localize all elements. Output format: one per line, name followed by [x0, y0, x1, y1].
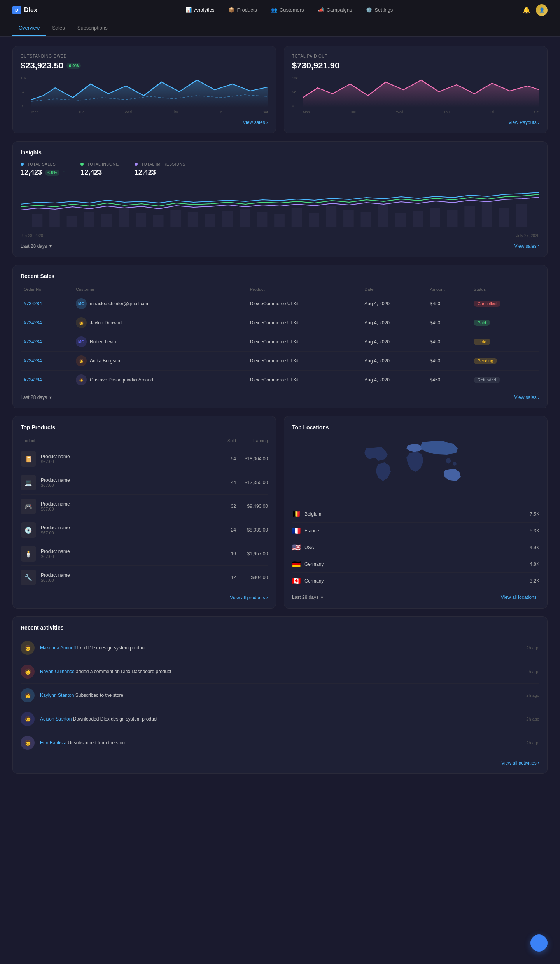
country-name: France [304, 528, 526, 534]
country-flag: 🇫🇷 [292, 527, 301, 535]
product-name: Product name [41, 454, 220, 459]
top-locations-title: Top Locations [292, 424, 539, 430]
svg-rect-5 [119, 208, 129, 227]
svg-rect-13 [257, 212, 268, 227]
list-item: 💿 Product name $67.00 24 $8,039.00 [21, 518, 268, 542]
status-cell: Pending [471, 352, 539, 371]
insights-chart [21, 183, 539, 229]
order-number[interactable]: #734284 [21, 332, 73, 352]
svg-point-30 [446, 458, 451, 464]
insights-view-sales-link[interactable]: View sales › [514, 243, 539, 249]
nav-campaigns[interactable]: 📣 Campaigns [313, 5, 358, 15]
date-cell: Aug 4, 2020 [361, 294, 427, 313]
activity-text: Makenna Aminoff liked Dlex design system… [40, 644, 521, 651]
view-all-products-link[interactable]: View all products › [230, 595, 268, 600]
total-paid-card: TOTAL PAID OUT $730,921.90 10k 5k 0 [284, 46, 548, 133]
nav-products[interactable]: 📦 Products [223, 5, 262, 15]
navbar: D Dlex 📊 Analytics 📦 Products 👥 Customer… [0, 0, 560, 20]
activity-user-link[interactable]: Adison Stanton [40, 716, 72, 722]
svg-rect-19 [361, 212, 371, 227]
svg-rect-26 [482, 202, 492, 227]
svg-rect-2 [67, 216, 77, 227]
locations-footer: Last 28 days ▾ View all locations › [292, 595, 539, 600]
insights-badge: 6.9% [45, 170, 60, 176]
top-locations-card: Top Locations [284, 416, 548, 609]
table-row: #734284 MG Ruben Levin Dlex eCommerce UI… [21, 332, 539, 352]
nav-links: 📊 Analytics 📦 Products 👥 Customers 📣 Cam… [56, 5, 523, 15]
recent-sales-table: Order No. Customer Product Date Amount S… [21, 285, 539, 389]
recent-sales-footer: Last 28 days ▾ View sales › [21, 395, 539, 400]
activity-user-link[interactable]: Makenna Aminoff [40, 645, 76, 651]
recent-sales-title: Recent Sales [21, 273, 539, 279]
col-product-header: Product [21, 438, 220, 443]
product-cell: Dlex eCommerce UI Kit [247, 352, 362, 371]
order-number[interactable]: #734284 [21, 294, 73, 313]
status-cell: Hold [471, 332, 539, 352]
total-paid-chart [303, 76, 539, 107]
tab-sales[interactable]: Sales [46, 20, 71, 36]
insights-footer: Last 28 days ▾ View sales › [21, 243, 539, 249]
order-number[interactable]: #734284 [21, 313, 73, 332]
activity-user-link[interactable]: Kaylynn Stanton [40, 693, 74, 698]
view-all-locations-link[interactable]: View all locations › [501, 595, 539, 600]
insights-period-dropdown[interactable]: Last 28 days ▾ [21, 243, 52, 249]
notifications-icon[interactable]: 🔔 [523, 6, 530, 14]
status-cell: Paid [471, 313, 539, 332]
status-badge: Hold [474, 339, 490, 345]
chevron-down-icon: ▾ [49, 243, 52, 249]
locations-period-dropdown[interactable]: Last 28 days ▾ [292, 595, 323, 600]
product-thumbnail: 🎮 [21, 499, 36, 514]
order-number[interactable]: #734284 [21, 352, 73, 371]
svg-rect-9 [188, 212, 198, 227]
nav-analytics[interactable]: 📊 Analytics [180, 5, 220, 15]
activity-user-link[interactable]: Erin Baptista [40, 740, 66, 745]
status-badge: Paid [474, 320, 490, 326]
country-flag: 🇧🇪 [292, 510, 301, 518]
view-sales-link-2[interactable]: View sales › [514, 395, 539, 400]
product-earning: $18,004.00 [241, 456, 268, 462]
product-price: $67.00 [41, 578, 220, 583]
list-item: 📔 Product name $67.00 54 $18,004.00 [21, 447, 268, 471]
sales-period-dropdown[interactable]: Last 28 days ▾ [21, 395, 52, 400]
brand-logo[interactable]: D Dlex [12, 6, 37, 14]
country-value: 3.2K [530, 578, 539, 584]
outstanding-footer: View sales › [21, 119, 268, 125]
country-name: USA [304, 545, 526, 550]
user-avatar[interactable]: 👤 [536, 4, 548, 16]
amount-cell: $450 [427, 313, 471, 332]
amount-cell: $450 [427, 352, 471, 371]
amount-cell: $450 [427, 294, 471, 313]
list-item: 🔧 Product name $67.00 12 $804.00 [21, 566, 268, 589]
col-product: Product [247, 285, 362, 294]
svg-rect-22 [413, 211, 423, 227]
activity-time: 2h ago [526, 740, 539, 745]
metric-total-sales: TOTAL SALES 12,423 6.9% ↑ [21, 161, 65, 177]
view-sales-link[interactable]: View sales › [243, 120, 268, 125]
order-number[interactable]: #734284 [21, 371, 73, 390]
country-value: 7.5K [530, 511, 539, 517]
view-all-activities-link[interactable]: View all activities › [501, 760, 539, 766]
svg-rect-25 [464, 206, 475, 227]
activity-user-link[interactable]: Rayan Culhance [40, 669, 75, 674]
country-flag: 🇩🇪 [292, 560, 301, 569]
country-value: 4.9K [530, 545, 539, 550]
total-impressions-dot [135, 163, 138, 166]
amount-cell: $450 [427, 371, 471, 390]
svg-rect-1 [49, 210, 60, 227]
insights-dates: Jun 28, 2020 July 27, 2020 [21, 234, 539, 238]
view-payouts-link[interactable]: View Payouts › [508, 120, 539, 125]
insights-metrics: TOTAL SALES 12,423 6.9% ↑ TOTAL INCOME 1… [21, 161, 539, 177]
svg-rect-10 [205, 214, 215, 227]
nav-settings[interactable]: ⚙️ Settings [360, 5, 398, 15]
campaigns-icon: 📣 [318, 7, 324, 13]
list-item: 🇺🇸 USA 4.9K [292, 539, 539, 556]
country-flag: 🇨🇦 [292, 577, 301, 585]
table-row: #734284 👩 Anika Bergson Dlex eCommerce U… [21, 352, 539, 371]
main-content: OUTSTANDING OWED $23,923.50 6.9% 10k 5k … [0, 37, 560, 791]
country-flag: 🇺🇸 [292, 543, 301, 552]
brand-icon: D [12, 6, 21, 14]
nav-customers[interactable]: 👥 Customers [266, 5, 310, 15]
tab-overview[interactable]: Overview [12, 20, 46, 36]
svg-rect-7 [153, 215, 164, 227]
tab-subscriptions[interactable]: Subscriptions [71, 20, 114, 36]
